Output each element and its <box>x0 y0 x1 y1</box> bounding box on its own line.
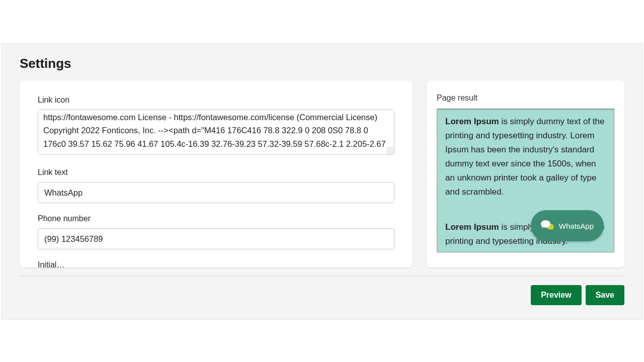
settings-form-card[interactable]: Link icon Link text Phone number Initial… <box>20 80 413 267</box>
footer-divider <box>20 276 624 276</box>
page-container: Settings Link icon Link text Phone numbe… <box>1 43 643 320</box>
link-icon-input[interactable] <box>38 110 394 155</box>
page-result-label: Page result <box>437 94 614 103</box>
save-button[interactable]: Save <box>586 285 624 305</box>
whatsapp-floating-button[interactable]: WhatsApp <box>531 210 604 241</box>
phone-number-input[interactable] <box>38 228 394 249</box>
page-title: Settings <box>20 56 624 71</box>
whatsapp-pill-label: WhatsApp <box>559 222 594 230</box>
preview-button[interactable]: Preview <box>531 285 581 305</box>
preview-strong-1: Lorem Ipsum <box>445 117 499 126</box>
link-icon-label: Link icon <box>38 96 394 105</box>
initial-message-label-peek: Initial… <box>38 260 394 267</box>
preview-text-1: is simply dummy text of the printing and… <box>445 117 604 197</box>
link-text-label: Link text <box>38 168 394 177</box>
footer-buttons: Preview Save <box>20 285 624 305</box>
link-text-input[interactable] <box>38 182 394 203</box>
preview-strong-2: Lorem Ipsum <box>445 222 499 232</box>
phone-number-label: Phone number <box>38 214 394 223</box>
chat-bubbles-icon <box>541 220 554 231</box>
